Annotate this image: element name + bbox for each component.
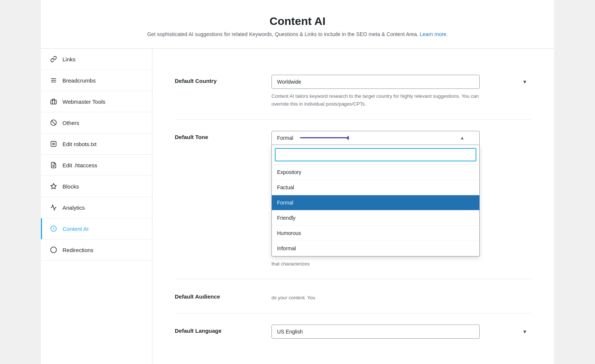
sidebar-item-analytics[interactable]: Analytics xyxy=(41,197,152,218)
htaccess-icon xyxy=(50,161,57,169)
sidebar-item-webmaster[interactable]: Webmaster Tools xyxy=(41,91,152,112)
page-header: Content AI Get sophisticated AI suggesti… xyxy=(41,0,554,49)
page-wrapper: Content AI Get sophisticated AI suggesti… xyxy=(41,0,554,364)
learn-more-link[interactable]: Learn more xyxy=(420,31,447,37)
sidebar-label-robots: Edit robots.txt xyxy=(62,141,97,147)
sidebar-item-links[interactable]: Links xyxy=(41,49,152,70)
sidebar-item-others[interactable]: Others xyxy=(41,112,152,133)
sidebar-item-htaccess[interactable]: Edit .htaccess xyxy=(41,155,152,176)
default-audience-label: Default Audience xyxy=(175,290,257,300)
sidebar-label-redirections: Redirections xyxy=(62,247,93,253)
country-chevron-icon: ▼ xyxy=(522,79,527,85)
tone-search-input[interactable] xyxy=(275,148,476,161)
sidebar-item-breadcrumbs[interactable]: Breadcrumbs xyxy=(41,70,152,91)
robots-icon xyxy=(50,140,57,148)
sidebar-label-webmaster: Webmaster Tools xyxy=(62,99,105,105)
svg-rect-3 xyxy=(51,100,57,104)
webmaster-icon xyxy=(50,98,57,105)
sidebar-item-content-ai[interactable]: Content AI xyxy=(41,218,152,239)
tone-selected-value: Formal xyxy=(277,135,293,141)
tone-chevron-up-icon: ▲ xyxy=(460,135,464,141)
svg-line-5 xyxy=(52,121,56,125)
default-country-control: Worldwide ▼ Content AI tailors keyword r… xyxy=(271,75,532,108)
tone-dropdown-open: Expository Factual Formal Friendly Humor… xyxy=(271,145,480,257)
default-audience-control: ds your content. You xyxy=(271,290,532,302)
default-tone-label: Default Tone xyxy=(175,131,257,140)
default-audience-row: Default Audience ds your content. You xyxy=(175,279,532,313)
default-language-label: Default Language xyxy=(175,325,257,334)
svg-rect-6 xyxy=(51,141,56,146)
redirections-icon xyxy=(50,246,57,254)
page-subtitle: Get sophisticated AI suggestions for rel… xyxy=(48,31,547,37)
audience-partial-description: ds your content. You xyxy=(271,294,480,302)
page-title: Content AI xyxy=(48,15,547,28)
country-description: Content AI tailors keyword research to t… xyxy=(271,93,480,108)
sidebar-label-content-ai: Content AI xyxy=(62,226,89,232)
sidebar-item-blocks[interactable]: Blocks xyxy=(41,176,152,197)
svg-marker-10 xyxy=(51,184,57,189)
tone-option-factual[interactable]: Factual xyxy=(272,180,479,195)
blocks-icon xyxy=(50,183,57,190)
sidebar-item-robots[interactable]: Edit robots.txt xyxy=(41,133,152,155)
svg-point-7 xyxy=(53,143,55,145)
others-icon xyxy=(50,119,57,126)
tone-search-box xyxy=(272,145,479,165)
tone-arrow-indicator xyxy=(300,137,348,138)
tone-select-display[interactable]: Formal ▲ xyxy=(271,131,480,145)
default-language-row: Default Language US English ▼ xyxy=(175,313,532,350)
svg-marker-12 xyxy=(51,247,57,253)
sidebar-label-htaccess: Edit .htaccess xyxy=(62,162,97,168)
sidebar-label-breadcrumbs: Breadcrumbs xyxy=(62,77,96,84)
content-ai-icon xyxy=(50,225,57,232)
default-tone-row: Default Tone Formal ▲ xyxy=(175,120,532,280)
tone-option-friendly[interactable]: Friendly xyxy=(272,210,479,226)
country-select[interactable]: Worldwide xyxy=(271,75,480,89)
tone-option-formal[interactable]: Formal xyxy=(272,195,479,210)
language-chevron-icon: ▼ xyxy=(522,329,527,335)
links-icon xyxy=(50,55,57,63)
tone-option-humorous[interactable]: Humorous xyxy=(272,226,479,241)
language-select[interactable]: US English xyxy=(271,325,480,339)
tone-partial-description: that characterizes xyxy=(271,260,480,268)
tone-wrapper: Formal ▲ Expository Factual xyxy=(271,131,532,257)
sidebar-label-links: Links xyxy=(62,56,75,62)
default-tone-control: Formal ▲ Expository Factual xyxy=(271,131,532,268)
default-country-row: Default Country Worldwide ▼ Content AI t… xyxy=(175,64,532,120)
main-content: Default Country Worldwide ▼ Content AI t… xyxy=(152,49,554,364)
language-dropdown-wrapper: US English ▼ xyxy=(271,325,532,339)
sidebar-label-blocks: Blocks xyxy=(62,183,79,190)
sidebar-item-redirections[interactable]: Redirections xyxy=(41,239,152,261)
default-country-label: Default Country xyxy=(175,75,257,84)
default-language-control: US English ▼ xyxy=(271,325,532,339)
content-area: Links Breadcrumbs xyxy=(41,49,554,364)
sidebar: Links Breadcrumbs xyxy=(41,49,152,364)
analytics-icon xyxy=(50,204,57,211)
sidebar-label-analytics: Analytics xyxy=(62,204,85,211)
sidebar-label-others: Others xyxy=(62,120,79,126)
tone-select-inner: Formal xyxy=(277,135,348,141)
breadcrumbs-icon xyxy=(50,77,57,84)
tone-option-informal[interactable]: Informal xyxy=(272,241,479,256)
country-dropdown-wrapper: Worldwide ▼ xyxy=(271,75,532,89)
tone-option-expository[interactable]: Expository xyxy=(272,165,479,180)
